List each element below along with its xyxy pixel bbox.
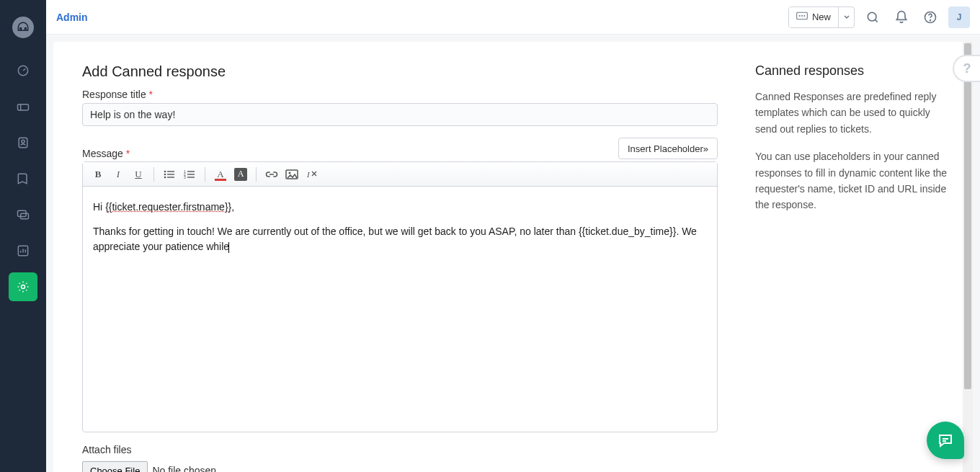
svg-rect-24 (187, 174, 195, 174)
new-button-group: New (788, 6, 855, 28)
image-button[interactable] (282, 166, 301, 183)
svg-point-9 (799, 15, 801, 17)
svg-rect-16 (167, 171, 174, 172)
nav-dashboard[interactable] (9, 56, 37, 85)
page-title: Add Canned response (82, 63, 718, 80)
bold-button[interactable]: B (89, 166, 107, 183)
svg-rect-26 (187, 177, 195, 177)
svg-point-12 (868, 12, 876, 21)
bell-icon[interactable] (891, 6, 912, 28)
svg-rect-22 (187, 171, 195, 172)
attach-label: Attach files (82, 444, 718, 455)
form-column: Add Canned response Response title * Mes… (53, 42, 747, 472)
topbar: Admin New J (46, 0, 980, 35)
numbered-list-button[interactable]: 123 (180, 166, 199, 183)
svg-rect-1 (18, 104, 29, 110)
nav-reports[interactable] (9, 236, 37, 265)
scrollbar[interactable] (963, 42, 973, 472)
svg-point-11 (803, 15, 805, 17)
help-icon[interactable] (919, 6, 941, 28)
choose-file-button[interactable]: Choose File (82, 461, 148, 472)
info-paragraph-1: Canned Responses are predefined reply te… (755, 89, 948, 137)
bulleted-list-button[interactable] (160, 166, 179, 183)
editor-toolbar: B I U 123 A A (83, 162, 717, 187)
message-label: Message * (82, 148, 130, 159)
bg-color-button[interactable]: A (231, 166, 250, 183)
left-nav (0, 0, 46, 472)
avatar[interactable]: J (948, 6, 970, 28)
nav-tickets[interactable] (9, 92, 37, 121)
svg-text:I: I (306, 170, 311, 179)
svg-point-3 (22, 140, 24, 143)
scrollbar-thumb[interactable] (964, 43, 971, 389)
rich-text-editor: B I U 123 A A (82, 161, 718, 432)
insert-placeholder-button[interactable]: Insert Placeholder» (618, 138, 718, 159)
svg-point-17 (164, 173, 166, 175)
brand-logo[interactable] (9, 13, 37, 42)
svg-rect-18 (167, 174, 174, 174)
nav-admin[interactable] (9, 272, 37, 301)
side-help-button[interactable]: ? (953, 55, 980, 82)
link-button[interactable] (262, 166, 281, 183)
info-paragraph-2: You can use placeholders in your canned … (755, 148, 948, 213)
italic-button[interactable]: I (109, 166, 128, 183)
search-icon[interactable] (862, 6, 883, 28)
nav-solutions[interactable] (9, 164, 37, 193)
svg-rect-20 (167, 177, 174, 177)
response-title-input[interactable] (82, 103, 718, 126)
nav-chat[interactable] (9, 200, 37, 229)
breadcrumb-admin[interactable]: Admin (56, 12, 88, 23)
new-button-dropdown[interactable] (838, 7, 854, 27)
editor-body[interactable]: Hi {{ticket.requester.firstname}}, Thank… (83, 187, 717, 432)
svg-point-10 (801, 15, 803, 17)
chat-fab[interactable] (927, 422, 964, 459)
title-label: Response title * (82, 89, 718, 100)
svg-point-15 (164, 170, 166, 172)
text-color-button[interactable]: A (211, 166, 230, 183)
underline-button[interactable]: U (129, 166, 148, 183)
new-button-label: New (812, 12, 831, 22)
info-heading: Canned responses (755, 63, 948, 79)
no-file-text: No file chosen (152, 465, 216, 472)
new-button[interactable]: New (789, 7, 838, 27)
svg-point-28 (289, 172, 291, 174)
nav-contacts[interactable] (9, 128, 37, 157)
svg-point-7 (22, 285, 25, 289)
svg-point-19 (164, 176, 166, 178)
svg-point-14 (930, 19, 931, 20)
svg-text:3: 3 (184, 175, 186, 179)
ticket-icon (796, 12, 808, 22)
info-column: Canned responses Canned Responses are pr… (747, 42, 963, 472)
clear-format-button[interactable]: I (303, 166, 321, 183)
